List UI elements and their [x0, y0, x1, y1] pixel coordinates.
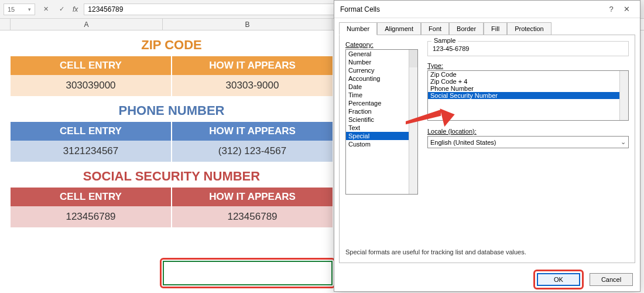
help-icon[interactable]: ? [604, 5, 619, 13]
fx-cancel-icon[interactable]: ✕ [41, 5, 51, 13]
emphasis-highlight [160, 258, 335, 288]
column-header-b[interactable]: B [163, 19, 333, 30]
tab-alignment[interactable]: Alignment [377, 22, 421, 35]
type-item[interactable]: Zip Code [428, 71, 628, 78]
ssn-header-entry: CELL ENTRY [11, 188, 172, 206]
category-item[interactable]: Accounting [346, 74, 417, 83]
section-zip-title: ZIP CODE [11, 32, 333, 56]
tab-fill[interactable]: Fill [484, 22, 507, 35]
zip-appears-cell[interactable]: 30303-9000 [172, 75, 333, 96]
tab-number-body: Category: General Number Currency Accoun… [339, 35, 635, 263]
section-ssn-title: SOCIAL SECURITY NUMBER [11, 163, 333, 188]
type-list[interactable]: Zip Code Zip Code + 4 Phone Number Socia… [427, 70, 629, 121]
sample-label: Sample [431, 37, 458, 44]
dialog-tabs: Number Alignment Font Border Fill Protec… [334, 18, 640, 35]
category-item[interactable]: Custom [346, 140, 417, 148]
column-header-a[interactable]: A [11, 19, 163, 30]
fx-accept-icon[interactable]: ✓ [57, 5, 67, 13]
dialog-title: Format Cells [340, 5, 380, 13]
ssn-header-appears: HOW IT APPEARS [172, 188, 333, 206]
locale-label: Locale (location): [427, 128, 629, 135]
ok-highlight: OK [533, 270, 584, 289]
phone-entry-cell[interactable]: 3121234567 [11, 141, 172, 162]
section-phone: PHONE NUMBER CELL ENTRY HOW IT APPEARS 3… [11, 97, 333, 162]
type-item[interactable]: Zip Code + 4 [428, 78, 628, 85]
category-item[interactable]: Time [346, 91, 417, 99]
category-item[interactable]: Fraction [346, 107, 417, 115]
dialog-titlebar: Format Cells ? ✕ [334, 1, 640, 18]
section-ssn: SOCIAL SECURITY NUMBER CELL ENTRY HOW IT… [11, 163, 333, 227]
phone-header-appears: HOW IT APPEARS [172, 122, 333, 141]
dialog-buttons: OK Cancel [334, 268, 640, 291]
name-box[interactable]: 15 [4, 4, 35, 15]
category-item[interactable]: Percentage [346, 99, 417, 107]
type-item-selected[interactable]: Social Security Number [428, 92, 628, 99]
section-zip: ZIP CODE CELL ENTRY HOW IT APPEARS 30303… [11, 32, 333, 96]
locale-select[interactable]: English (United States) [427, 136, 629, 148]
category-list[interactable]: General Number Currency Accounting Date … [345, 49, 418, 195]
type-item[interactable]: Phone Number [428, 85, 628, 92]
close-icon[interactable]: ✕ [619, 5, 634, 13]
phone-header-entry: CELL ENTRY [11, 122, 172, 141]
category-item[interactable]: General [346, 50, 417, 58]
ssn-appears-cell[interactable]: 123456789 [172, 206, 333, 227]
category-item[interactable]: Text [346, 124, 417, 132]
category-item[interactable]: Date [346, 83, 417, 91]
category-scrollbar[interactable] [409, 50, 417, 194]
format-hint: Special formats are useful for tracking … [345, 248, 629, 255]
ok-button[interactable]: OK [537, 273, 580, 286]
category-item[interactable]: Scientific [346, 115, 417, 124]
tab-number[interactable]: Number [339, 22, 377, 35]
format-cells-dialog: Format Cells ? ✕ Number Alignment Font B… [334, 0, 640, 292]
sample-box: Sample 123-45-6789 [427, 41, 629, 56]
locale-value: English (United States) [430, 139, 496, 146]
ssn-entry-cell[interactable]: 123456789 [11, 206, 172, 227]
type-scrollbar[interactable] [619, 71, 628, 120]
category-item-selected[interactable]: Special [346, 132, 417, 140]
fx-icon[interactable]: fx [73, 5, 78, 13]
active-cell-outline [163, 261, 333, 285]
category-item[interactable]: Currency [346, 66, 417, 74]
sample-value: 123-45-6789 [433, 45, 469, 52]
cancel-button[interactable]: Cancel [590, 273, 633, 286]
select-all-corner[interactable] [0, 19, 11, 30]
zip-entry-cell[interactable]: 303039000 [11, 75, 172, 96]
tab-font[interactable]: Font [421, 22, 449, 35]
zip-header-entry: CELL ENTRY [11, 56, 172, 75]
phone-appears-cell[interactable]: (312) 123-4567 [172, 141, 333, 162]
section-phone-title: PHONE NUMBER [11, 97, 333, 122]
category-item[interactable]: Number [346, 58, 417, 66]
type-label: Type: [427, 62, 629, 69]
tab-border[interactable]: Border [449, 22, 484, 35]
tab-protection[interactable]: Protection [507, 22, 551, 35]
zip-header-appears: HOW IT APPEARS [172, 56, 333, 75]
